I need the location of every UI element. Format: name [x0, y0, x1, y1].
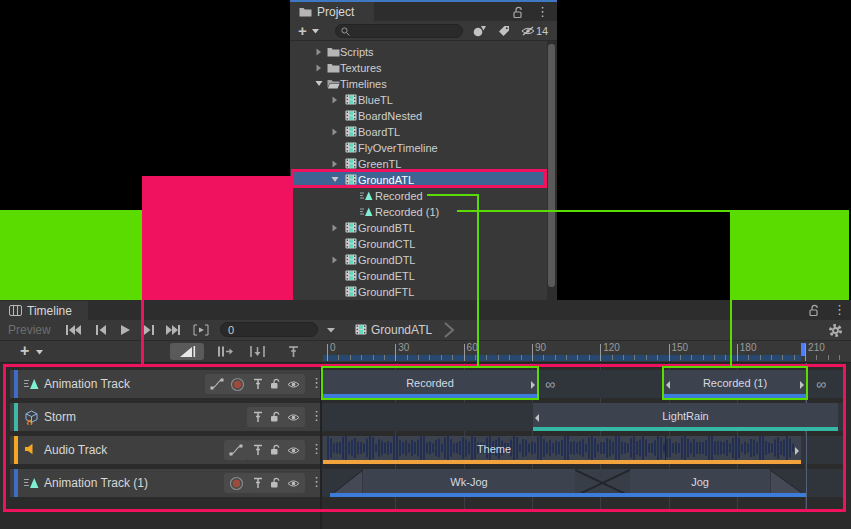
next-frame-button[interactable]	[138, 321, 160, 339]
tab-timeline[interactable]: Timeline	[0, 301, 88, 320]
clip-recorded-1-[interactable]: Recorded (1)	[664, 370, 806, 398]
project-scrollbar[interactable]	[547, 41, 557, 300]
ruler-minor-tick	[338, 355, 339, 360]
ruler-minor-tick	[418, 355, 419, 360]
add-track-button[interactable]: +	[20, 342, 29, 360]
tree-item-label: GroundDTL	[358, 254, 415, 266]
clip-ease-out-handle[interactable]	[795, 447, 799, 455]
ruler-minor-tick	[703, 355, 704, 360]
folderOpen-icon	[327, 78, 340, 89]
time-ruler[interactable]: 0306090120150180210	[322, 341, 851, 362]
tree-item-label: FlyOverTimeline	[358, 142, 438, 154]
foldout-closed-icon[interactable]	[315, 48, 322, 56]
folder-icon	[327, 62, 340, 73]
foldout-open-icon[interactable]	[331, 176, 339, 183]
timeline-icon	[345, 238, 357, 249]
clip-label: Wk-Jog	[363, 476, 575, 488]
tree-item-grounddtl[interactable]: GroundDTL	[290, 252, 547, 268]
frame-field-caret-icon[interactable]	[327, 328, 335, 333]
ruler-minor-tick	[373, 355, 374, 360]
tracks-zone: Animation Track⋮{}Storm⋮Audio Track⋮Anim…	[0, 363, 851, 529]
current-frame-field[interactable]: 0	[220, 322, 318, 337]
ruler-major-tick	[737, 344, 738, 361]
marker-pin-button[interactable]	[285, 343, 301, 360]
timeline-icon	[345, 142, 357, 153]
ruler-minor-tick	[771, 355, 772, 360]
clip-accent-band	[323, 394, 537, 398]
tree-item-label: Textures	[340, 62, 382, 74]
timeline-settings-gear-icon[interactable]	[828, 323, 843, 338]
skip-start-button[interactable]	[62, 321, 84, 339]
ruler-label: 90	[535, 342, 546, 353]
mix-mode-button[interactable]	[170, 343, 204, 360]
play-button[interactable]	[114, 321, 136, 339]
tree-item-greentl[interactable]: GreenTL	[290, 156, 547, 172]
tree-item-timelines[interactable]: Timelines	[290, 76, 547, 92]
timeline-menu-kebab[interactable]: ⋮	[833, 303, 846, 316]
clips-area: Recorded∞Recorded (1)∞LightRainThemeWk-J…	[0, 363, 851, 529]
ruler-label: 210	[808, 342, 825, 353]
prev-frame-button[interactable]	[90, 321, 112, 339]
clip-theme[interactable]: Theme	[323, 436, 801, 464]
tree-item-groundctl[interactable]: GroundCTL	[290, 236, 547, 252]
play-range-button[interactable]	[190, 321, 212, 339]
clip-ease-in-handle[interactable]	[535, 414, 539, 422]
tree-item-recorded[interactable]: Recorded	[290, 188, 547, 204]
add-track-caret-icon[interactable]	[36, 350, 43, 355]
clip-ease-out-handle[interactable]	[800, 381, 804, 389]
animclip-icon	[360, 206, 373, 217]
ruler-minor-tick	[429, 355, 430, 360]
tree-item-groundftl[interactable]: GroundFTL	[290, 284, 547, 300]
ruler-minor-tick	[714, 355, 715, 360]
tree-item-flyovertimeline[interactable]: FlyOverTimeline	[290, 140, 547, 156]
timeline-icon	[345, 110, 357, 121]
unity-editor: Project ⋮ + 14 ScriptsTexturesTimelinesB…	[0, 0, 851, 529]
foldout-closed-icon[interactable]	[331, 96, 338, 104]
ruler-minor-tick	[350, 355, 351, 360]
timeline-icon	[345, 158, 357, 169]
clip-ease-out-handle[interactable]	[531, 381, 535, 389]
infinite-clip-icon: ∞	[816, 370, 826, 398]
tree-item-boardnested[interactable]: BoardNested	[290, 108, 547, 124]
clip-lightrain[interactable]: LightRain	[533, 403, 838, 431]
ruler-minor-tick	[623, 355, 624, 360]
tree-item-scripts[interactable]: Scripts	[290, 44, 547, 60]
clip-label: Recorded (1)	[664, 377, 806, 389]
ruler-minor-tick	[691, 355, 692, 360]
tree-item-boardtl[interactable]: BoardTL	[290, 124, 547, 140]
tree-item-groundetl[interactable]: GroundETL	[290, 268, 547, 284]
ruler-minor-tick	[577, 355, 578, 360]
ruler-major-tick	[805, 344, 806, 361]
ruler-minor-tick	[794, 355, 795, 360]
timeline-tab-label: Timeline	[27, 304, 72, 318]
foldout-closed-icon[interactable]	[331, 256, 338, 264]
timeline-unlock-icon[interactable]	[808, 304, 820, 317]
clip-label: Recorded	[323, 377, 537, 389]
project-scrollbar-thumb[interactable]	[548, 44, 555, 287]
ripple-mode-button[interactable]	[212, 343, 238, 360]
ruler-label: 150	[672, 342, 689, 353]
breadcrumb[interactable]: GroundATL	[371, 323, 432, 337]
foldout-closed-icon[interactable]	[331, 224, 338, 232]
infinite-clip-icon: ∞	[545, 370, 555, 398]
foldout-closed-icon[interactable]	[331, 128, 338, 136]
ruler-minor-tick	[634, 355, 635, 360]
ruler-label: 0	[330, 342, 336, 353]
clip-ease-in-handle[interactable]	[666, 381, 670, 389]
foldout-closed-icon[interactable]	[315, 64, 322, 72]
timeline-icon	[345, 174, 357, 185]
project-tree: ScriptsTexturesTimelinesBlueTLBoardNeste…	[290, 0, 547, 300]
foldout-open-icon[interactable]	[315, 80, 323, 87]
tree-item-groundbtl[interactable]: GroundBTL	[290, 220, 547, 236]
clip-recorded[interactable]: Recorded	[323, 370, 537, 398]
preview-toggle[interactable]: Preview	[8, 323, 51, 337]
tree-item-groundatl[interactable]: GroundATL	[292, 172, 547, 188]
tree-item-textures[interactable]: Textures	[290, 60, 547, 76]
tree-item-bluetl[interactable]: BlueTL	[290, 92, 547, 108]
skip-end-button[interactable]	[162, 321, 184, 339]
foldout-closed-icon[interactable]	[331, 160, 338, 168]
tree-item-label: Timelines	[340, 78, 387, 90]
tree-item-recorded-1-[interactable]: Recorded (1)	[290, 204, 547, 220]
timeline-panel: Timeline ⋮ Preview 0	[0, 300, 851, 529]
replace-mode-button[interactable]	[244, 343, 270, 360]
